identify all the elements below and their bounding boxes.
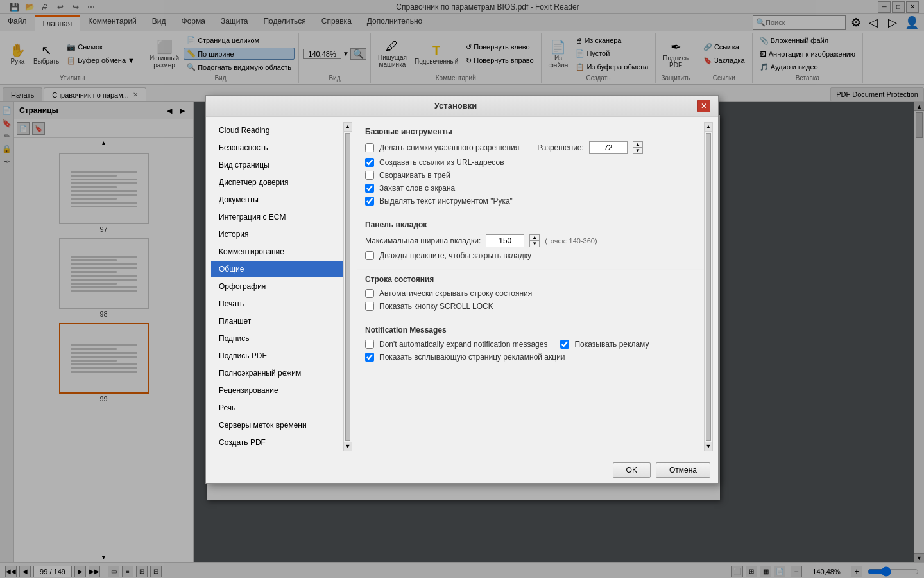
sidebar-item-fullscreen[interactable]: Полноэкранный режим (211, 365, 343, 382)
sidebar-item-ecm[interactable]: Интеграция с ECM (211, 209, 343, 226)
row-double-click-close: Дважды щелкните, чтобы закрыть вкладку (365, 251, 696, 260)
modal-content-area: Базовые инструменты Делать снимки указан… (357, 122, 713, 451)
label-create-links: Создавать ссылки из URL-адресов (379, 158, 504, 167)
max-width-hint: (точек: 140-360) (545, 237, 597, 245)
section-basic-tools: Базовые инструменты Делать снимки указан… (357, 122, 704, 215)
label-show-ads: Показывать рекламу (574, 340, 649, 349)
tabs-title: Панель вкладок (365, 220, 696, 229)
ok-btn[interactable]: OK (613, 462, 651, 478)
sidebar-item-security[interactable]: Безопасность (211, 139, 343, 157)
label-double-click-close: Дважды щелкните, чтобы закрыть вкладку (379, 251, 531, 260)
cb-word-capture[interactable] (365, 184, 374, 193)
modal-sidebar-scrollbar: ▲ ▼ (343, 122, 352, 451)
modal-overlay: Установки ✕ Cloud Reading Безопасность В… (0, 0, 924, 578)
max-width-spinner: ▲ ▼ (529, 234, 540, 247)
modal-body: Cloud Reading Безопасность Вид страницы … (206, 117, 718, 457)
modal-footer: OK Отмена (206, 457, 718, 483)
row-scroll-lock: Показать кнопку SCROLL LOCK (365, 302, 696, 311)
resolution-label: Разрешение: (537, 143, 584, 152)
sidebar-item-timestamps[interactable]: Серверы меток времени (211, 417, 343, 434)
sidebar-item-pdf-sign[interactable]: Подпись PDF (211, 347, 343, 365)
label-word-capture: Захват слов с экрана (379, 184, 455, 193)
modal-sidebar-wrapper: Cloud Reading Безопасность Вид страницы … (211, 122, 352, 451)
basic-tools-title: Базовые инструменты (365, 127, 696, 136)
content-scroll-down[interactable]: ▼ (705, 442, 712, 451)
sidebar-item-history[interactable]: История (211, 226, 343, 243)
settings-dialog: Установки ✕ Cloud Reading Безопасность В… (205, 95, 719, 484)
content-scroll-thumb[interactable] (706, 133, 711, 441)
sidebar-item-comments[interactable]: Комментирование (211, 243, 343, 261)
max-width-up-btn[interactable]: ▲ (529, 234, 540, 241)
sidebar-item-cloud[interactable]: Cloud Reading (211, 122, 343, 139)
sidebar-item-docs[interactable]: Документы (211, 191, 343, 209)
content-scrollbar: ▲ ▼ (704, 122, 713, 451)
label-auto-hide-status: Автоматически скрывать строку состояния (379, 289, 532, 298)
max-width-label: Максимальная ширина вкладки: (365, 236, 481, 245)
sidebar-scroll-down[interactable]: ▼ (344, 442, 352, 451)
cb-snap-resolution[interactable] (365, 143, 374, 152)
section-tabs: Панель вкладок Максимальная ширина вклад… (357, 215, 704, 270)
modal-title: Установки (214, 101, 697, 110)
cb-no-expand-notifs[interactable] (365, 340, 374, 349)
cb-minimize-tray[interactable] (365, 171, 374, 180)
max-width-input[interactable] (486, 234, 524, 247)
section-notifications: Notification Messages Don't automaticall… (357, 320, 704, 371)
sidebar-item-createpdf[interactable]: Создать PDF (211, 434, 343, 451)
cancel-btn[interactable]: Отмена (656, 462, 710, 478)
sidebar-scroll-up[interactable]: ▲ (344, 123, 352, 132)
label-minimize-tray: Сворачивать в трей (379, 171, 450, 180)
content-scroll-up[interactable]: ▲ (705, 123, 712, 132)
resolution-input[interactable] (589, 141, 628, 154)
cb-popup-promo[interactable] (365, 353, 374, 362)
label-popup-promo: Показать всплывающую страницу рекламной … (379, 353, 565, 362)
modal-header: Установки ✕ (206, 96, 718, 117)
row-minimize-tray: Сворачивать в трей (365, 171, 696, 180)
cb-show-ads[interactable] (560, 340, 569, 349)
label-hand-select: Выделять текст инструментом "Рука" (379, 197, 513, 206)
notifications-title: Notification Messages (365, 326, 696, 335)
row-popup-promo: Показать всплывающую страницу рекламной … (365, 353, 696, 362)
sidebar-item-pageview[interactable]: Вид страницы (211, 157, 343, 174)
sidebar-item-spelling[interactable]: Орфография (211, 278, 343, 295)
modal-close-btn[interactable]: ✕ (697, 100, 710, 112)
sidebar-item-signature[interactable]: Подпись (211, 330, 343, 347)
sidebar-scroll-thumb[interactable] (345, 133, 350, 441)
modal-sidebar-list: Cloud Reading Безопасность Вид страницы … (211, 122, 343, 451)
sidebar-item-speech[interactable]: Речь (211, 399, 343, 417)
row-no-expand-notifs: Don't automatically expand notification … (365, 340, 696, 349)
row-word-capture: Захват слов с экрана (365, 184, 696, 193)
row-snap-resolution: Делать снимки указанного разрешения Разр… (365, 141, 696, 154)
resolution-spinner: ▲ ▼ (633, 141, 643, 154)
sidebar-item-general[interactable]: Общие (211, 261, 343, 278)
cb-hand-select[interactable] (365, 197, 374, 206)
cb-create-links[interactable] (365, 158, 374, 167)
sidebar-item-print[interactable]: Печать (211, 295, 343, 313)
sidebar-item-tablet[interactable]: Планшет (211, 313, 343, 330)
status-title: Строка состояния (365, 275, 696, 284)
row-hand-select: Выделять текст инструментом "Рука" (365, 197, 696, 206)
max-width-down-btn[interactable]: ▼ (529, 241, 540, 247)
label-no-expand-notifs: Don't automatically expand notification … (379, 340, 547, 349)
cb-double-click-close[interactable] (365, 251, 374, 260)
sidebar-item-trust[interactable]: Диспетчер доверия (211, 174, 343, 191)
row-max-tab-width: Максимальная ширина вкладки: ▲ ▼ (точек:… (365, 234, 696, 247)
resolution-up-btn[interactable]: ▲ (633, 141, 643, 148)
label-snap-resolution: Делать снимки указанного разрешения (379, 143, 519, 152)
cb-auto-hide-status[interactable] (365, 289, 374, 298)
section-statusbar: Строка состояния Автоматически скрывать … (357, 270, 704, 320)
resolution-down-btn[interactable]: ▼ (633, 148, 643, 154)
label-scroll-lock: Показать кнопку SCROLL LOCK (379, 302, 493, 311)
modal-content-inner: Базовые инструменты Делать снимки указан… (357, 122, 704, 451)
sidebar-item-review[interactable]: Рецензирование (211, 382, 343, 399)
row-auto-hide-status: Автоматически скрывать строку состояния (365, 289, 696, 298)
row-create-links: Создавать ссылки из URL-адресов (365, 158, 696, 167)
cb-scroll-lock[interactable] (365, 302, 374, 311)
